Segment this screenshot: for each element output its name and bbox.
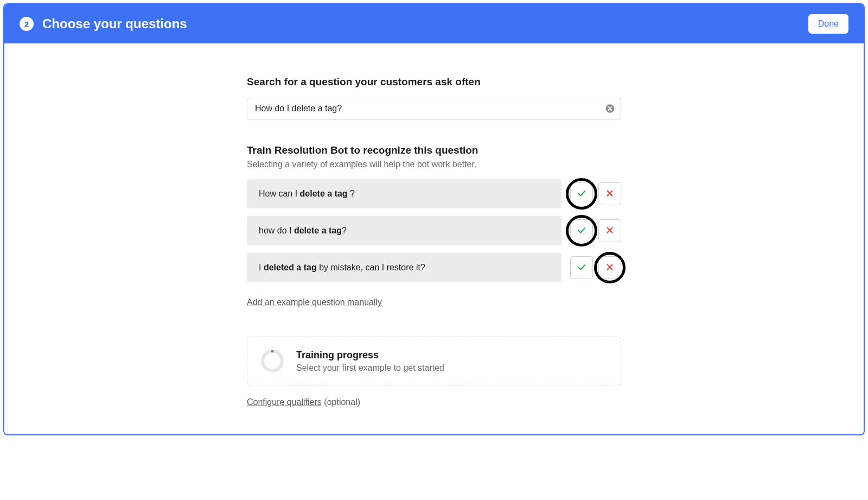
example-action-buttons [570,216,621,245]
configure-qualifiers-link[interactable]: Configure qualifiers [247,397,322,407]
examples-list: How can I delete a tag ?how do I delete … [247,179,621,282]
reject-example-button[interactable] [598,219,621,242]
example-action-buttons [570,179,621,208]
x-icon [605,262,615,274]
example-row: How can I delete a tag ? [247,179,621,208]
panel-content: Search for a question your customers ask… [247,43,621,434]
example-action-buttons [570,253,621,282]
accept-example-button[interactable] [570,182,593,205]
page-title: Choose your questions [42,16,187,31]
example-row: I deleted a tag by mistake, can I restor… [247,253,621,282]
train-section-subtitle: Selecting a variety of examples will hel… [247,160,621,169]
header-left: 2 Choose your questions [20,16,187,31]
done-button[interactable]: Done [808,14,848,34]
search-field-label: Search for a question your customers ask… [247,76,621,88]
reject-example-button[interactable] [598,256,621,279]
accept-example-button[interactable] [570,256,593,279]
search-input-wrap [247,98,621,119]
choose-questions-panel: 2 Choose your questions Done Search for … [3,3,865,435]
example-question-text: how do I delete a tag? [247,216,561,245]
svg-point-1 [263,351,282,371]
panel-header: 2 Choose your questions Done [4,4,864,43]
x-icon [605,188,615,200]
example-question-text: I deleted a tag by mistake, can I restor… [247,253,561,282]
example-row: how do I delete a tag? [247,216,621,245]
svg-point-2 [271,350,274,353]
reject-example-button[interactable] [598,182,621,205]
training-progress-box: Training progress Select your first exam… [247,337,621,385]
search-question-input[interactable] [247,98,621,119]
train-section-title: Train Resolution Bot to recognize this q… [247,144,621,156]
progress-ring-icon [260,349,284,373]
x-icon [605,225,615,237]
check-icon [576,225,587,237]
accept-example-button[interactable] [570,219,593,242]
progress-title: Training progress [296,350,444,361]
check-icon [576,262,587,274]
example-question-text: How can I delete a tag ? [247,179,561,208]
configure-qualifiers-row: Configure qualifiers (optional) [247,397,621,407]
clear-search-icon[interactable] [605,104,615,113]
progress-subtitle: Select your first example to get started [296,363,444,373]
step-number-badge: 2 [20,17,34,31]
configure-qualifiers-suffix: (optional) [322,397,360,407]
check-icon [576,188,587,200]
add-example-manually-link[interactable]: Add an example question manually [247,298,382,307]
progress-text: Training progress Select your first exam… [296,350,444,373]
